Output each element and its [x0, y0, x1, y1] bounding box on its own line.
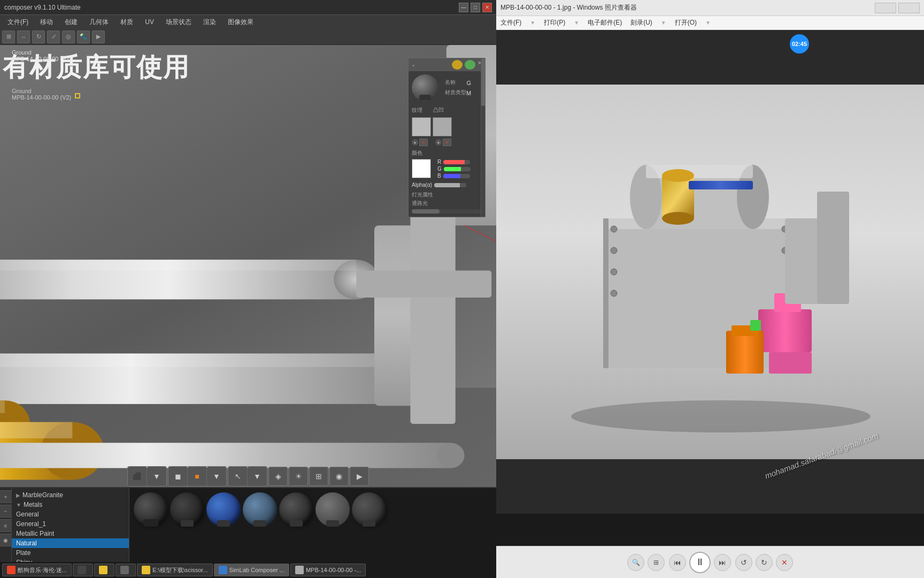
photo-menu-open[interactable]: 打开(O) — [675, 18, 697, 27]
thumb-x-1[interactable]: ✕ — [419, 139, 428, 146]
toolbar-btn-7[interactable]: ▶ — [92, 31, 105, 43]
select-btn[interactable]: ↖ — [228, 467, 248, 486]
close-button[interactable]: ✕ — [482, 3, 492, 12]
material-ball-3[interactable] — [206, 492, 241, 527]
taskbar-file[interactable] — [116, 564, 136, 576]
surface-dropdown[interactable]: ▼ — [207, 467, 226, 486]
taskbar-simlab[interactable]: SimLab Composer ... — [214, 564, 289, 576]
menu-image[interactable]: 图像效果 — [222, 17, 259, 28]
file-icon — [120, 566, 129, 574]
svg-rect-47 — [726, 331, 764, 374]
b-label: B — [437, 173, 441, 179]
taskbar-explorer[interactable] — [73, 564, 93, 576]
toolbar-btn-4[interactable]: ⤢ — [47, 31, 60, 43]
photo-viewer-image-area: mohamad.safarabadi@gmail.com 02:45 — [496, 30, 924, 546]
menu-material[interactable]: 材质 — [115, 17, 138, 28]
photo-menu-burn[interactable]: 刻录(U) — [630, 18, 652, 27]
dialog-scroll-bar-v[interactable] — [481, 58, 485, 217]
alpha-slider[interactable] — [434, 183, 466, 187]
surface-orange[interactable]: ■ — [188, 467, 207, 486]
material-ball-4[interactable] — [243, 492, 277, 527]
texture-thumb-1[interactable] — [412, 117, 431, 136]
thumb-dot-2[interactable]: ● — [435, 139, 442, 146]
texture-thumb-2[interactable] — [433, 117, 452, 136]
material-ball-7[interactable] — [352, 492, 386, 527]
surface-btn[interactable]: ◼ — [168, 467, 188, 486]
menu-scene[interactable]: 场景状态 — [160, 17, 197, 28]
play-btn[interactable]: ⏸ — [689, 552, 711, 573]
toolbar-btn-2[interactable]: ↔ — [17, 31, 30, 43]
menu-create[interactable]: 创建 — [59, 17, 83, 28]
select-dropdown[interactable]: ▼ — [248, 467, 267, 486]
dialog-header[interactable]: ⬧ ✕ — [409, 58, 485, 71]
maximize-button[interactable]: □ — [471, 3, 480, 12]
photo-menu-print[interactable]: 打印(P) — [544, 18, 565, 27]
tree-item-natural[interactable]: Natural — [12, 538, 129, 548]
remove-btn[interactable]: − — [0, 505, 12, 518]
eye-btn[interactable]: ◉ — [0, 534, 12, 546]
collapse-icon-marble: ▶ — [16, 492, 20, 498]
cube-dropdown[interactable]: ▼ — [147, 467, 166, 486]
cube-btn[interactable]: ⬛ — [128, 467, 147, 486]
tree-item-general1[interactable]: General_1 — [12, 519, 129, 529]
r-slider[interactable] — [443, 160, 470, 164]
tree-btn[interactable]: ≡ — [0, 519, 12, 532]
grid-btn[interactable]: ⊞ — [309, 467, 328, 486]
next-btn[interactable]: ⏭ — [714, 554, 731, 571]
menu-move[interactable]: 移动 — [35, 17, 58, 28]
photo-menu-file[interactable]: 文件(F) — [500, 18, 521, 27]
menu-geometry[interactable]: 几何体 — [84, 17, 114, 28]
rotate-left-btn[interactable]: ↺ — [735, 554, 752, 571]
toolbar-btn-6[interactable]: 🔦 — [77, 31, 90, 43]
toolbar-btn-3[interactable]: ↻ — [32, 31, 45, 43]
taskbar-music[interactable]: 酷狗音乐·海伦·迷... — [2, 564, 72, 576]
camera-btn[interactable]: ◉ — [329, 467, 349, 486]
menu-file[interactable]: 文件(F) — [2, 17, 34, 28]
photo-maximize[interactable]: □ — [898, 3, 920, 13]
rotate-right-btn[interactable]: ↻ — [756, 554, 773, 571]
taskbar-mpb[interactable]: MPB-14-00-00-00 -... — [290, 564, 366, 576]
menu-render[interactable]: 渲染 — [198, 17, 221, 28]
search-btn[interactable]: 🔍 — [627, 554, 644, 571]
tree-item-marble[interactable]: ▶ MarbleGranite — [12, 490, 129, 500]
light-btn[interactable]: ☀ — [289, 467, 308, 486]
tree-item-plate[interactable]: Plate — [12, 548, 129, 558]
menu-uv[interactable]: UV — [140, 17, 159, 27]
toolbar-btn-1[interactable]: ⊞ — [2, 31, 15, 43]
svg-rect-17 — [0, 400, 5, 413]
g-slider[interactable] — [444, 167, 471, 171]
photo-menu-email[interactable]: 电子邮件(E) — [588, 18, 622, 27]
color-swatch[interactable] — [412, 159, 431, 178]
material-ball-5[interactable] — [279, 492, 313, 527]
tree-item-metals[interactable]: ▼ Metals — [12, 500, 129, 509]
dialog-scrollbar[interactable] — [412, 209, 482, 214]
toolbar-btn-5[interactable]: ◎ — [62, 31, 75, 43]
minimize-button[interactable]: — — [459, 3, 468, 12]
title-bar: composer v9.1.10 Ultimate — □ ✕ — [0, 0, 496, 15]
taskbar: 酷狗音乐·海伦·迷... E:\模型下载\scissor... SimLab C… — [0, 562, 496, 578]
material-btn[interactable]: ◈ — [268, 467, 288, 486]
material-ball-6[interactable] — [315, 492, 350, 527]
size-btn[interactable]: ⊞ — [648, 554, 665, 571]
taskbar-folder[interactable] — [94, 564, 114, 576]
thumb-x-2[interactable]: ✕ — [443, 139, 451, 146]
ball-container-1 — [134, 492, 168, 527]
balls-row — [134, 492, 492, 527]
delete-btn[interactable]: ✕ — [776, 554, 793, 571]
taskbar-scissor[interactable]: E:\模型下载\scissor... — [137, 564, 212, 576]
material-ball-1[interactable] — [134, 492, 168, 527]
tree-item-metallic-paint[interactable]: Metallic Paint — [12, 529, 129, 538]
tree-item-general[interactable]: General — [12, 509, 129, 519]
dialog-yellow-btn[interactable] — [452, 60, 463, 70]
photo-minimize[interactable]: — — [875, 3, 896, 13]
thumb-dot-1[interactable]: ● — [412, 139, 418, 146]
dialog-green-btn[interactable] — [465, 60, 475, 70]
b-slider[interactable] — [443, 174, 470, 178]
viewport-ground-info: Ground MPB-14-00-00-00 (V2) — [12, 49, 71, 62]
mpb-icon — [295, 566, 304, 574]
prev-btn[interactable]: ⏮ — [669, 554, 686, 571]
material-ball-2[interactable] — [170, 492, 204, 527]
add-btn[interactable]: + — [0, 490, 12, 503]
render-btn[interactable]: ▶ — [350, 467, 369, 486]
selection-marker — [75, 93, 80, 98]
